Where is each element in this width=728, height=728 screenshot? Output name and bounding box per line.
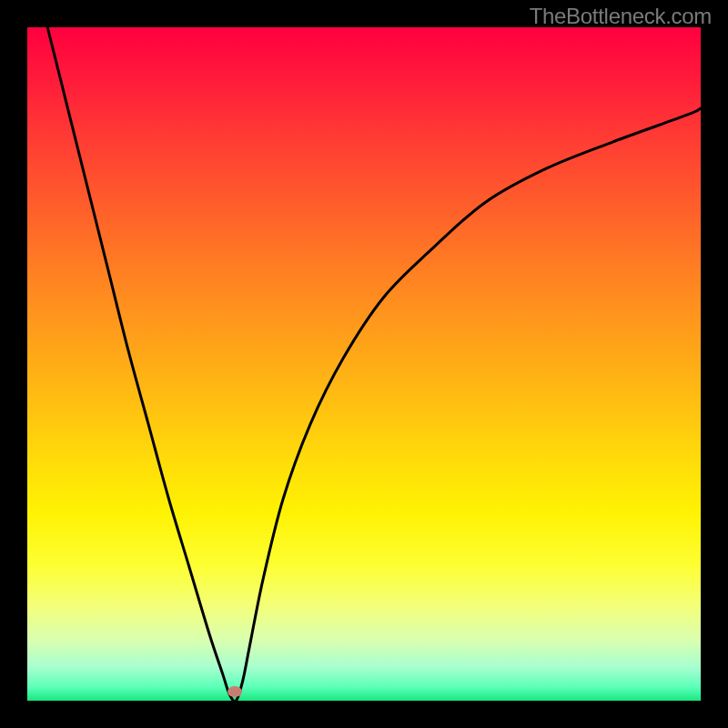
plot-area (27, 27, 701, 701)
curve-svg (27, 27, 701, 701)
watermark-text: TheBottleneck.com (530, 4, 712, 29)
chart-frame: TheBottleneck.com (0, 0, 728, 728)
optimum-marker (228, 686, 242, 697)
bottleneck-curve-path (47, 27, 701, 701)
